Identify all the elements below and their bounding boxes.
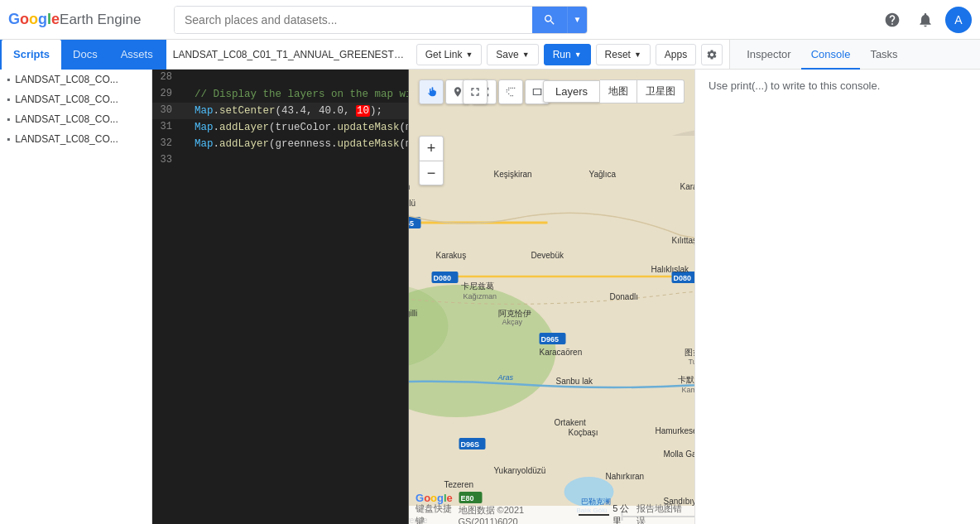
rectangle-icon	[531, 86, 543, 98]
right-panel: Use print(...) to write to this console.	[694, 70, 980, 524]
svg-text:Koçbaşı: Koçbaşı	[569, 428, 598, 437]
sidebar-item-label: LANDSAT_LC08_CO...	[15, 133, 118, 145]
search-button[interactable]	[532, 7, 567, 33]
layers-button[interactable]: Layers	[543, 80, 600, 103]
sidebar-item-label: LANDSAT_LC08_CO...	[15, 94, 118, 105]
logo-g: G	[8, 11, 20, 28]
svg-text:Karakuş: Karakuş	[436, 251, 467, 260]
map-svg-overlay: 巴勒克澜 Balık Gölü D965 D080 D080 D957 D965	[409, 70, 694, 524]
search-dropdown-button[interactable]: ▼	[567, 7, 587, 33]
run-button[interactable]: Run ▼	[544, 44, 591, 65]
svg-text:Hamurkesen: Hamurkesen	[656, 426, 695, 435]
tab-tasks[interactable]: Tasks	[860, 40, 907, 70]
svg-text:Kılıttaşı: Kılıttaşı	[672, 236, 695, 245]
satellite-type-button[interactable]: 卫星图	[637, 79, 685, 103]
svg-text:Akçay: Akçay	[502, 318, 523, 326]
list-item[interactable]: ▪ LANDSAT_LC08_CO...	[0, 89, 151, 109]
zoom-controls: + −	[419, 136, 444, 185]
list-item[interactable]: ▪ LANDSAT_LC08_CO...	[0, 70, 151, 89]
zoom-in-button[interactable]: +	[419, 136, 444, 161]
search-icon	[543, 13, 556, 26]
code-line-30: 30 Map.setCenter(43.4, 40.0, 10);	[152, 103, 408, 119]
logo-o1: o	[20, 11, 29, 28]
list-item[interactable]: ▪ LANDSAT_LC08_CO...	[0, 129, 151, 149]
map-bottom-bar: 键盘快捷键 地图数据 ©2021 GS(2011)6020 5 公里 报告地图错…	[409, 506, 694, 524]
tab-assets[interactable]: Assets	[109, 40, 165, 70]
svg-text:Yağlıca: Yağlıca	[589, 170, 617, 179]
settings-icon	[706, 49, 718, 60]
pan-tool-button[interactable]	[419, 79, 444, 104]
bell-icon	[917, 12, 934, 28]
code-line-31: 31 Map.addLayer(trueColor.updateMask(mas…	[152, 119, 408, 136]
help-button[interactable]	[879, 7, 906, 33]
search-input[interactable]	[175, 7, 532, 33]
map-area[interactable]: 巴勒克澜 Balık Gölü D965 D080 D080 D957 D965	[409, 70, 694, 524]
svg-text:图兹卢察: 图兹卢察	[685, 348, 695, 357]
logo-g2: g	[38, 11, 47, 28]
logo-rest: Earth Engine	[60, 12, 141, 28]
hand-icon	[425, 86, 437, 98]
svg-text:Tuzluca: Tuzluca	[689, 358, 695, 366]
console-content: Use print(...) to write to this console.	[695, 70, 980, 524]
get-link-button[interactable]: Get Link ▼	[416, 44, 483, 65]
svg-text:D96S: D96S	[461, 440, 480, 449]
svg-text:Çengilli: Çengilli	[409, 309, 417, 318]
apps-button[interactable]: Apps	[656, 44, 696, 65]
file-icon: ▪	[7, 113, 10, 125]
code-line-32: 32 Map.addLayer(greenness.updateMask(mas…	[152, 136, 408, 152]
svg-text:E80: E80	[461, 494, 474, 502]
file-name: LANDSAT_LC08_C01_T1_ANNUAL_GREENEST_T...	[173, 49, 405, 60]
second-row: Scripts Docs Assets LANDSAT_LC08_C01_T1_…	[0, 40, 980, 70]
map-copyright: 地图数据 ©2021 GS(2011)6020	[459, 504, 579, 525]
chevron-down-icon: ▼	[574, 50, 582, 59]
svg-text:Karabağ: Karabağ	[680, 182, 695, 191]
sidebar-item-label: LANDSAT_LC08_CO...	[15, 74, 118, 85]
list-item[interactable]: ▪ LANDSAT_LC08_CO...	[0, 109, 151, 129]
tab-inspector[interactable]: Inspector	[737, 40, 800, 70]
code-line-28: 28	[152, 70, 408, 86]
report-link[interactable]: 报告地图错误	[637, 502, 688, 524]
settings-button[interactable]	[701, 44, 723, 65]
polygon-tool-button[interactable]	[498, 79, 523, 104]
avatar[interactable]: A	[945, 7, 972, 33]
svg-text:Devebük: Devebük	[531, 251, 564, 260]
svg-text:Böcüklü: Böcüklü	[409, 199, 416, 208]
code-line-33: 33	[152, 152, 408, 169]
top-right: A	[879, 7, 972, 33]
help-icon	[884, 12, 901, 28]
sidebar-item-label: LANDSAT_LC08_CO...	[15, 113, 118, 125]
zoom-out-button[interactable]: −	[419, 161, 444, 185]
svg-text:Keşişkiran: Keşişkiran	[494, 170, 532, 179]
svg-text:Kağızman: Kağızman	[464, 292, 497, 300]
file-icon: ▪	[7, 133, 10, 145]
tab-docs[interactable]: Docs	[61, 40, 109, 70]
polygon-icon	[505, 86, 516, 98]
save-button[interactable]: Save ▼	[487, 44, 538, 65]
svg-text:Yukarıyoldüzü: Yukarıyoldüzü	[494, 466, 546, 475]
code-editor[interactable]: 28 29 // Display the layers on the map w…	[152, 70, 409, 524]
editor-toolbar: LANDSAT_LC08_C01_T1_ANNUAL_GREENEST_T...…	[166, 40, 729, 69]
file-icon: ▪	[7, 74, 10, 85]
tab-console[interactable]: Console	[801, 40, 861, 70]
svg-text:D080: D080	[674, 274, 692, 282]
svg-text:Şaban: Şaban	[409, 182, 410, 191]
svg-text:Sanbu lak: Sanbu lak	[556, 377, 593, 386]
file-icon: ▪	[7, 94, 10, 105]
svg-text:Kamisli: Kamisli	[682, 386, 695, 394]
svg-text:Halıklıslak: Halıklıslak	[651, 265, 690, 274]
svg-text:Molla Gamar: Molla Gamar	[664, 449, 695, 459]
map-type-button[interactable]: 地图	[600, 79, 637, 103]
svg-text:D080: D080	[434, 274, 452, 282]
logo-o2: o	[29, 11, 38, 28]
app-logo: Google Earth Engine	[8, 11, 166, 28]
search-bar: ▼	[174, 6, 588, 34]
svg-text:Karacaören: Karacaören	[540, 348, 583, 357]
fullscreen-button[interactable]	[463, 79, 488, 104]
tab-scripts[interactable]: Scripts	[2, 40, 61, 70]
chevron-down-icon: ▼	[634, 50, 641, 59]
keyboard-shortcuts-link[interactable]: 键盘快捷键	[416, 502, 459, 524]
right-panel-tabs: Inspector Console Tasks	[729, 40, 980, 70]
reset-button[interactable]: Reset ▼	[596, 44, 651, 65]
logo-e: e	[51, 11, 60, 28]
notifications-button[interactable]	[912, 7, 939, 33]
